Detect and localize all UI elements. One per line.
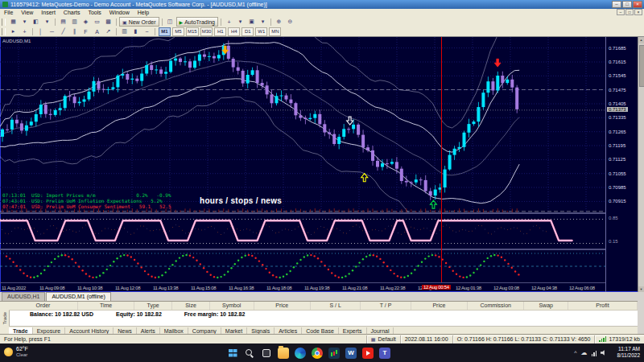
cursor-tool[interactable]: ▸	[8, 27, 19, 35]
bar-chart-mode[interactable]: ▥	[119, 27, 130, 35]
autotrading-button[interactable]: ▶AutoTrading	[176, 17, 219, 27]
vertical-line-tool[interactable]: │	[35, 27, 46, 35]
price-axis-label: 0.70985	[609, 185, 626, 190]
timeframe-w1[interactable]: W1	[255, 27, 267, 36]
column-header-price[interactable]: Price	[254, 302, 311, 310]
taskbar-app-taskview[interactable]	[261, 348, 272, 359]
timeframe-d1[interactable]: D1	[242, 27, 254, 36]
horizontal-line-tool[interactable]: ─	[47, 27, 57, 35]
chart-tab-audusd-h1[interactable]: AUDUSD,H1	[2, 292, 45, 301]
profiles[interactable]: ◧	[31, 18, 41, 26]
candlestick-mode[interactable]: ▮	[130, 27, 141, 35]
column-header-size[interactable]: Size	[172, 302, 210, 310]
chart-tab-bar: AUDUSD,H1AUDUSD,M1 (offline)	[0, 292, 644, 301]
time-axis-label: 11 Aug 13:38	[153, 286, 178, 290]
maximize-button[interactable]: □	[622, 1, 632, 8]
tray-chevron-icon[interactable]: ^	[574, 350, 576, 356]
taskbar-app-mt4[interactable]	[328, 348, 340, 359]
fibonacci-tool[interactable]: F	[80, 27, 91, 35]
minimize-button[interactable]: –	[612, 1, 621, 8]
terminal[interactable]: ▭	[92, 18, 102, 26]
navigator[interactable]: ◈	[80, 18, 91, 26]
metaeditor[interactable]: ◫	[165, 18, 175, 26]
column-header-type[interactable]: Type	[134, 302, 172, 310]
column-header-time[interactable]: Time	[78, 302, 134, 310]
down-arrow-marker[interactable]	[494, 59, 501, 67]
column-header-order[interactable]: Order	[9, 302, 78, 310]
zoom-in[interactable]: ⊕	[274, 18, 284, 26]
new-chart[interactable]: ▦	[8, 18, 19, 26]
taskbar-app-edge[interactable]	[295, 348, 306, 359]
column-header-swap[interactable]: Swap	[524, 302, 568, 310]
arrow-tool[interactable]: ↗	[103, 27, 114, 35]
strategy-tester[interactable]: ▩	[103, 18, 114, 26]
new-order-button[interactable]: ▣New Order	[119, 17, 159, 27]
text-tool[interactable]: A	[92, 27, 102, 35]
templates[interactable]: ▣	[246, 18, 257, 26]
mdi-close-button[interactable]: ×	[634, 9, 642, 15]
profile-selector[interactable]: ▦Default	[366, 335, 400, 343]
add-indicator[interactable]: +	[224, 18, 234, 26]
taskbar-app-search[interactable]	[244, 348, 255, 359]
taskbar-app-chrome[interactable]	[312, 348, 323, 359]
menu-item-tools[interactable]: Tools	[84, 9, 105, 17]
taskbar-app-start[interactable]	[227, 348, 238, 359]
profiles-dropdown[interactable]: ▾	[42, 18, 52, 26]
price-chart[interactable]	[0, 37, 605, 212]
timeframe-m15[interactable]: M15	[186, 27, 199, 36]
onedrive-cloud-icon[interactable]: ☁	[581, 349, 588, 356]
dots-indicator-panel[interactable]	[0, 250, 605, 282]
market-watch[interactable]: ▤	[58, 18, 68, 26]
volume-icon[interactable]	[601, 350, 607, 356]
mdi-minimize-button[interactable]: –	[617, 9, 625, 15]
timeframe-h4[interactable]: H4	[228, 27, 240, 36]
taskbar-app-folder[interactable]	[278, 348, 289, 359]
crosshair-tool[interactable]: +	[19, 27, 30, 35]
trendline-tool[interactable]: ╱	[58, 27, 68, 35]
column-header-commission[interactable]: Commission	[468, 302, 524, 310]
menu-item-insert[interactable]: Insert	[37, 9, 60, 17]
close-button[interactable]: ×	[633, 1, 642, 8]
column-header-price[interactable]: Price	[411, 302, 468, 310]
mdi-restore-button[interactable]: □	[625, 9, 634, 15]
taskbar-app-word[interactable]: W	[345, 348, 357, 359]
timeframe-m30[interactable]: M30	[200, 27, 213, 36]
new-chart-dropdown[interactable]: ▾	[19, 18, 30, 26]
taskbar-app-youtube[interactable]	[362, 348, 374, 359]
indicator-dropdown[interactable]: ▾	[235, 18, 246, 26]
timeframe-m5[interactable]: M5	[172, 27, 184, 36]
column-header-s-l[interactable]: S / L	[311, 302, 361, 310]
up-arrow-marker[interactable]	[430, 200, 436, 208]
taskbar-app-teams[interactable]: T	[379, 348, 390, 359]
templates-dropdown[interactable]: ▾	[258, 18, 268, 26]
timeframe-mn[interactable]: MN	[269, 27, 281, 36]
menu-item-window[interactable]: Window	[105, 9, 134, 17]
oscillator-panel[interactable]	[0, 214, 605, 249]
toolbar-grip[interactable]	[2, 28, 6, 35]
column-header-profit[interactable]: Profit	[568, 302, 638, 310]
timeframe-m1[interactable]: M1	[159, 27, 171, 36]
menu-item-help[interactable]: Help	[134, 9, 153, 17]
chart-tab-audusd-m1-offline[interactable]: AUDUSD,M1 (offline)	[46, 292, 110, 301]
menu-item-charts[interactable]: Charts	[60, 9, 85, 17]
zoom-out[interactable]: ⊖	[285, 18, 295, 26]
column-header-t-p[interactable]: T / P	[361, 302, 411, 310]
column-header-symbol[interactable]: Symbol	[210, 302, 254, 310]
data-window[interactable]: ▥	[69, 18, 80, 26]
vertical-line-marker[interactable]	[441, 37, 442, 282]
menu-item-view[interactable]: View	[17, 9, 37, 17]
network-icon[interactable]	[592, 350, 597, 356]
line-chart-mode[interactable]: ~	[142, 27, 152, 35]
scroll-up-icon[interactable]: ▲	[638, 37, 644, 43]
taskbar-clock[interactable]: 11:17 AM 8/11/2022	[617, 346, 640, 359]
scrollbar-thumb[interactable]	[639, 45, 644, 87]
autotrading-icon: ▶	[180, 19, 184, 25]
price-axis-label: 0.71475	[609, 88, 626, 93]
time-axis-label: 12 Aug 06:08	[569, 286, 595, 290]
chart-scrollbar[interactable]: ▲ ▼	[638, 37, 644, 293]
menu-item-file[interactable]: File	[0, 9, 17, 17]
weather-widget[interactable]: 62°FClear	[4, 345, 28, 358]
toolbar-grip[interactable]	[2, 19, 6, 26]
timeframe-h1[interactable]: H1	[214, 27, 226, 36]
channel-tool[interactable]: ∥	[69, 27, 80, 35]
